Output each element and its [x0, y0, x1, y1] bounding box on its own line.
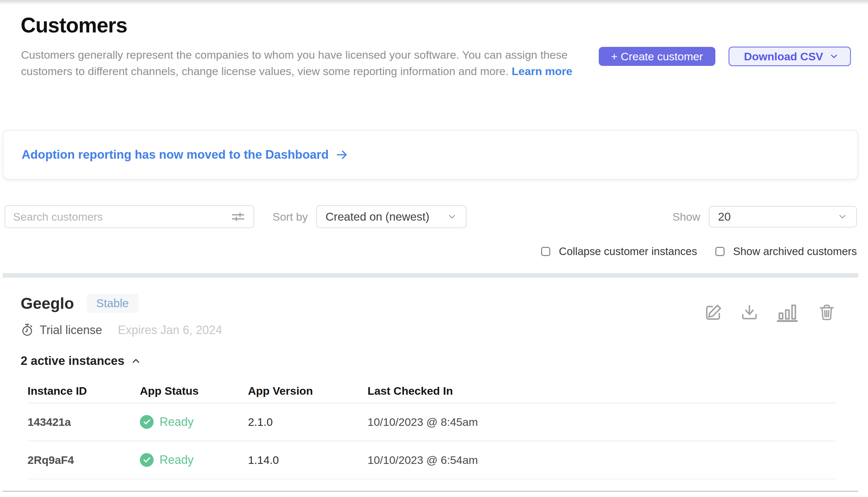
sort-select[interactable]: Created on (newest) — [317, 205, 467, 228]
banner-link-text[interactable]: Adoption reporting has now moved to the … — [21, 148, 328, 161]
chevron-down-icon — [447, 211, 457, 222]
page-description: Customers generally represent the compan… — [21, 46, 578, 79]
app-version: 2.1.0 — [248, 416, 368, 428]
license-expiry: Expires Jan 6, 2024 — [118, 323, 222, 337]
create-customer-button[interactable]: + Create customer — [599, 47, 716, 66]
instance-id: 143421a — [28, 416, 140, 428]
instances-toggle[interactable]: 2 active instances — [21, 354, 142, 368]
download-csv-label: Download CSV — [744, 50, 823, 63]
filter-sliders-icon[interactable] — [231, 209, 246, 224]
download-csv-button[interactable]: Download CSV — [729, 46, 851, 66]
chevron-down-icon — [829, 52, 839, 61]
customers-page: Customers Customers generally represent … — [0, 0, 868, 497]
bar-chart-icon[interactable] — [776, 302, 800, 323]
list-options: Collapse customer instances Show archive… — [541, 245, 857, 258]
app-status-cell: Ready — [140, 415, 248, 429]
header-instance-id: Instance ID — [28, 385, 140, 397]
check-circle-icon — [140, 453, 153, 467]
customer-header: Geeglo Stable — [21, 294, 138, 313]
chevron-down-icon — [837, 211, 848, 222]
license-type: Trial license — [40, 323, 102, 337]
last-checked-in: 10/10/2023 @ 6:54am — [368, 454, 836, 467]
table-row[interactable]: 143421a Ready 2.1.0 10/10/2023 @ 8:45am — [28, 403, 836, 441]
sort-select-value: Created on (newest) — [326, 210, 429, 223]
customer-actions — [704, 302, 836, 323]
section-divider — [3, 273, 858, 278]
show-archived-option[interactable]: Show archived customers — [715, 245, 857, 258]
bottom-section-divider — [3, 491, 858, 492]
show-label: Show — [673, 211, 700, 223]
app-status-text: Ready — [160, 453, 194, 467]
app-version: 1.14.0 — [248, 454, 368, 467]
arrow-right-icon — [336, 148, 348, 161]
header-last-checked-in: Last Checked In — [368, 385, 836, 397]
channel-badge: Stable — [87, 294, 138, 313]
collapse-instances-label: Collapse customer instances — [559, 245, 697, 258]
search-input[interactable] — [13, 211, 231, 223]
filter-toolbar: Sort by Created on (newest) Show 20 — [4, 205, 857, 228]
page-description-text: Customers generally represent the compan… — [21, 48, 568, 77]
download-icon[interactable] — [740, 302, 759, 323]
top-shadow — [0, 0, 868, 4]
instances-table-header: Instance ID App Status App Version Last … — [28, 379, 836, 403]
trash-icon[interactable] — [818, 302, 836, 323]
sort-by-label: Sort by — [273, 211, 308, 223]
instances-toggle-label: 2 active instances — [21, 354, 124, 368]
last-checked-in: 10/10/2023 @ 8:45am — [368, 416, 836, 428]
collapse-instances-checkbox[interactable] — [541, 247, 550, 256]
page-title: Customers — [21, 13, 127, 37]
header-app-version: App Version — [248, 385, 368, 397]
search-box — [4, 205, 254, 228]
customer-name[interactable]: Geeglo — [21, 294, 74, 312]
header-app-status: App Status — [140, 385, 248, 397]
app-status-text: Ready — [160, 415, 194, 429]
collapse-instances-option[interactable]: Collapse customer instances — [541, 245, 697, 258]
show-select-value: 20 — [718, 210, 731, 223]
license-row: Trial license Expires Jan 6, 2024 — [21, 323, 222, 337]
table-row[interactable]: 2Rq9aF4 Ready 1.14.0 10/10/2023 @ 6:54am — [28, 441, 836, 479]
header-actions: + Create customer Download CSV — [599, 46, 851, 66]
adoption-reporting-banner[interactable]: Adoption reporting has now moved to the … — [3, 130, 858, 180]
instance-id: 2Rq9aF4 — [28, 454, 140, 467]
learn-more-link[interactable]: Learn more — [512, 65, 572, 77]
show-per-page-select[interactable]: 20 — [709, 206, 857, 228]
chevron-up-icon — [130, 355, 142, 367]
stopwatch-icon — [21, 323, 34, 337]
check-circle-icon — [140, 415, 153, 429]
edit-icon[interactable] — [704, 302, 723, 323]
show-archived-label: Show archived customers — [733, 245, 857, 258]
app-status-cell: Ready — [140, 453, 248, 467]
show-archived-checkbox[interactable] — [715, 247, 724, 256]
instances-table: Instance ID App Status App Version Last … — [28, 379, 836, 479]
